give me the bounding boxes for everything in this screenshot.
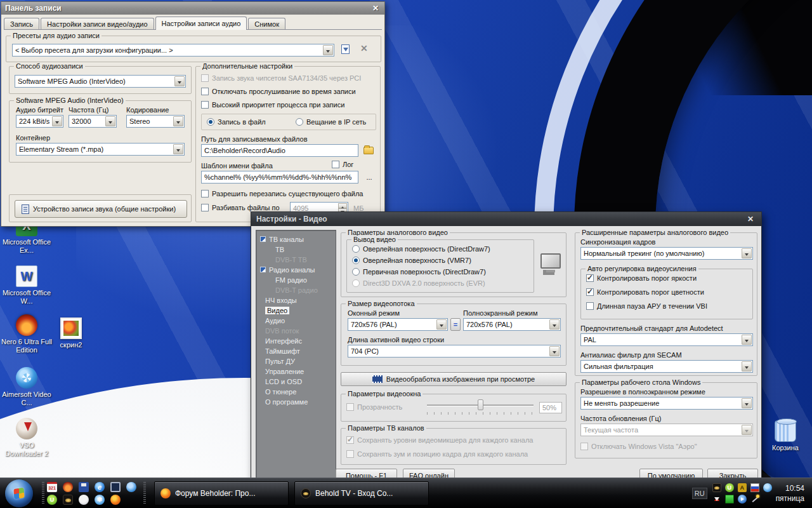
sync-combo[interactable]: Нормальный трекинг (по умолчанию)	[580, 247, 753, 260]
settings-window-titlebar[interactable]: Настройки - Видео ✕	[251, 212, 761, 226]
chevron-down-icon[interactable]	[174, 76, 185, 86]
chevron-down-icon[interactable]	[742, 335, 752, 345]
video-processing-button[interactable]: Видеообработка изображения при просмотре	[341, 372, 566, 386]
tree-item-control[interactable]: Управление	[256, 366, 336, 377]
radio-icon[interactable]	[207, 118, 214, 126]
desktop-icon-vso[interactable]: VSO Downloader 2	[0, 418, 53, 458]
close-icon[interactable]: ✕	[745, 215, 756, 224]
chevron-down-icon[interactable]	[52, 116, 62, 126]
tree-item-lcd-osd[interactable]: LCD и OSD	[256, 377, 336, 387]
freq-combo[interactable]: 32000	[69, 115, 117, 128]
preset-combo[interactable]: < Выбор пресета для загрузки конфигураци…	[12, 44, 334, 57]
sound-device-button[interactable]: Устройство записи звука (общие настройки…	[15, 200, 187, 218]
nero-icon[interactable]	[63, 482, 73, 492]
radio-icon[interactable]	[352, 257, 360, 264]
tree-item-audio[interactable]: Аудио	[256, 316, 336, 326]
behold-icon[interactable]	[712, 483, 721, 492]
delete-preset-icon[interactable]: ✕	[360, 44, 368, 53]
chevron-down-icon[interactable]	[742, 398, 752, 408]
calendar-icon[interactable]: 321	[47, 482, 57, 492]
tab-zapis[interactable]: Запись	[4, 18, 39, 29]
tree-item-tv[interactable]: ТВ	[256, 244, 336, 255]
chevron-down-icon[interactable]	[323, 45, 333, 55]
language-indicator[interactable]: RU	[692, 488, 707, 499]
desktop-icon-word[interactable]: Microsoft Office W...	[0, 265, 53, 305]
log-checkbox-row[interactable]: Лог	[332, 161, 353, 168]
utorrent-icon[interactable]: U	[725, 483, 734, 492]
tree-item-tv-channels[interactable]: ТВ каналы	[256, 234, 336, 244]
tab-snapshot[interactable]: Снимок	[248, 18, 285, 29]
play-icon[interactable]	[738, 495, 747, 504]
ru-flag-icon[interactable]	[750, 483, 759, 492]
antialias-combo[interactable]: Сильная фильтрация	[580, 360, 753, 373]
desktop-icon-aimersoft[interactable]: Aimersoft Video C...	[0, 367, 53, 407]
tree-item-about-tuner[interactable]: О тюнере	[256, 387, 336, 397]
path-input[interactable]: C:\Beholder\Record\Audio	[201, 144, 358, 157]
spin-up-icon[interactable]	[338, 203, 347, 208]
start-button[interactable]	[5, 479, 33, 507]
display-icon[interactable]	[110, 482, 121, 492]
firefox-icon[interactable]	[110, 495, 121, 505]
checkbox-icon[interactable]	[201, 88, 209, 95]
behold-icon[interactable]	[63, 495, 73, 505]
checkbox-icon[interactable]	[201, 190, 209, 197]
checkbox-icon[interactable]	[332, 161, 339, 168]
coding-combo[interactable]: Stereo	[126, 115, 185, 128]
battery-icon[interactable]	[725, 495, 734, 504]
radio-icon[interactable]	[352, 245, 360, 253]
priority-checkbox-row[interactable]: Высокий приоритет процесса при записи	[201, 101, 344, 109]
output-vmr7-radio-row[interactable]: Оверлейная поверхность (VMR7)	[352, 257, 471, 264]
fullscreen-res-combo[interactable]: Не менять разрешение	[580, 397, 753, 410]
template-input[interactable]: %channel% (%yy%%mm%%dd%-%hh%%nn%	[201, 171, 358, 184]
browse-folder-icon[interactable]	[363, 147, 374, 154]
checkbox-icon[interactable]	[201, 101, 209, 109]
autodetect-std-combo[interactable]: PAL	[580, 333, 753, 346]
chevron-down-icon[interactable]	[173, 116, 183, 126]
template-more-button[interactable]: ...	[362, 172, 376, 182]
chevron-down-icon[interactable]	[742, 361, 752, 371]
radio-icon[interactable]	[296, 118, 303, 126]
sphere-icon[interactable]	[763, 483, 772, 492]
tab-video-audio-settings[interactable]: Настройки записи видео/аудио	[41, 18, 154, 29]
ip-broadcast-radio-row[interactable]: Вещание в IP сеть	[296, 118, 366, 126]
desktop-icon-recycle-bin[interactable]: Корзина	[759, 420, 812, 452]
chevron-down-icon[interactable]	[549, 346, 560, 356]
container-combo[interactable]: Elementary Stream (*.mpa)	[16, 143, 185, 156]
tree-item-timeshift[interactable]: Таймшифт	[256, 346, 336, 356]
bitrate-combo[interactable]: 224 kBit/s	[16, 115, 63, 128]
wand-icon[interactable]	[750, 495, 759, 504]
fullscreen-size-combo[interactable]: 720x576 (PAL)	[463, 318, 561, 331]
chevron-down-icon[interactable]	[173, 144, 183, 154]
ie-icon[interactable]: e	[95, 482, 105, 492]
tree-item-video[interactable]: Видео	[256, 305, 336, 316]
quick-launch-handle[interactable]	[42, 482, 44, 505]
taskbar-handle[interactable]	[143, 482, 146, 505]
output-primary-radio-row[interactable]: Первичная поверхность (DirectDraw7)	[352, 268, 486, 276]
listen-checkbox-row[interactable]: Отключать прослушивание во время записи	[201, 88, 356, 95]
snowflake-icon[interactable]: ❄	[95, 495, 105, 505]
task-button-forum[interactable]: Форум Beholder: Про...	[154, 481, 289, 505]
vbi-pause-row[interactable]: Длинная пауза АРУ в течении VBI	[586, 302, 707, 310]
chevron-down-icon[interactable]	[549, 319, 560, 330]
utorrent-icon[interactable]: U	[47, 495, 57, 505]
equal-sizes-button[interactable]: =	[450, 318, 461, 331]
chevron-down-icon[interactable]	[105, 116, 115, 126]
tree-item-remote[interactable]: Пульт ДУ	[256, 356, 336, 366]
task-button-behold[interactable]: Behold TV - Вход Co...	[294, 481, 429, 505]
output-dd7-radio-row[interactable]: Оверлейная поверхность (DirectDraw7)	[352, 245, 490, 253]
desktop-icon-skrin2[interactable]: скрин2	[44, 318, 98, 349]
radio-icon[interactable]	[352, 268, 360, 276]
checkbox-icon[interactable]	[201, 204, 209, 211]
windowed-size-combo[interactable]: 720x576 (PAL)	[348, 318, 448, 331]
tree-item-about-program[interactable]: О программе	[256, 397, 336, 407]
record-to-file-radio-row[interactable]: Запись в файл	[207, 118, 266, 126]
chevron-down-icon[interactable]	[436, 319, 447, 330]
messenger-icon[interactable]	[126, 482, 136, 492]
checkbox-icon[interactable]	[586, 288, 594, 296]
updown-arrows-icon[interactable]	[712, 495, 721, 504]
save-preset-icon[interactable]	[341, 44, 350, 54]
chroma-threshold-row[interactable]: Контролировать порог цветности	[586, 288, 704, 296]
tree-item-radio-channels[interactable]: Радио каналы	[256, 265, 336, 275]
punto-icon[interactable]: A	[738, 483, 747, 492]
brightness-threshold-row[interactable]: Контролировать порог яркости	[586, 274, 697, 282]
